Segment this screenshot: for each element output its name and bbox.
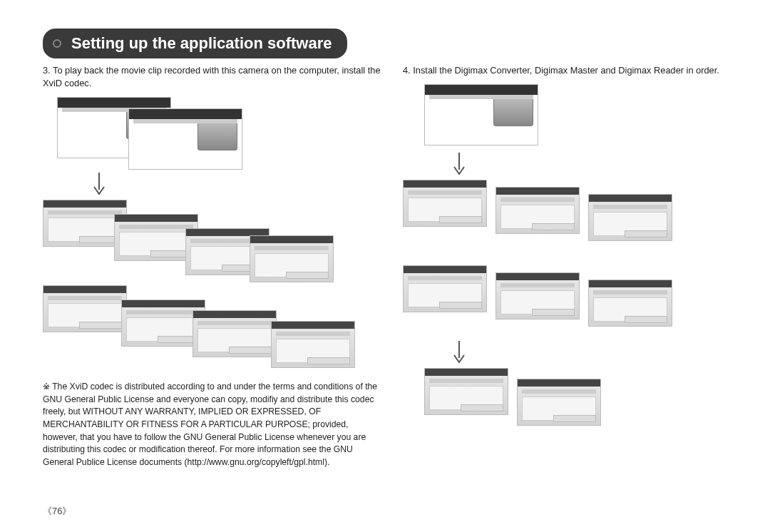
installer-thumb-right bbox=[424, 84, 741, 148]
xvid-license-note: ※ The XviD codec is distributed accordin… bbox=[43, 381, 381, 469]
arrow-down-icon bbox=[403, 153, 741, 175]
digimax-wizard-thumbs-1 bbox=[403, 180, 741, 265]
camera-icon bbox=[493, 98, 533, 126]
wizard-thumb bbox=[43, 285, 127, 332]
page-title-text: Setting up the application software bbox=[71, 34, 332, 53]
arrow-down-icon bbox=[403, 341, 741, 364]
step-4: 4. Install the Digimax Converter, Digima… bbox=[403, 64, 741, 77]
title-bullet-icon bbox=[53, 39, 61, 48]
step-3-text: To play back the movie clip recorded wit… bbox=[43, 65, 381, 88]
page-title: Setting up the application software bbox=[43, 29, 347, 58]
installer-thumb-2 bbox=[128, 108, 242, 170]
step-3-number: 3. bbox=[43, 65, 51, 76]
wizard-thumb bbox=[517, 379, 601, 426]
installer-thumbs-left bbox=[57, 97, 381, 168]
installer-thumb bbox=[424, 84, 538, 145]
note-text: The XviD codec is distributed according … bbox=[43, 382, 377, 467]
wizard-thumb bbox=[496, 272, 580, 319]
note-marker: ※ bbox=[43, 382, 50, 392]
content-columns: 3. To play back the movie clip recorded … bbox=[43, 64, 741, 469]
wizard-thumb bbox=[192, 310, 277, 357]
wizard-thumb bbox=[588, 280, 672, 327]
page-number: 《76》 bbox=[43, 505, 71, 518]
wizard-thumb bbox=[496, 187, 580, 234]
wizard-thumb bbox=[403, 180, 487, 227]
arrow-down-icon bbox=[43, 173, 381, 195]
camera-icon bbox=[197, 122, 237, 150]
xvid-wizard-thumbs bbox=[43, 200, 381, 371]
step-3: 3. To play back the movie clip recorded … bbox=[43, 64, 381, 90]
wizard-thumb bbox=[250, 235, 334, 282]
left-column: 3. To play back the movie clip recorded … bbox=[43, 64, 381, 469]
wizard-thumb bbox=[588, 194, 672, 241]
right-column: 4. Install the Digimax Converter, Digima… bbox=[403, 64, 741, 469]
digimax-wizard-thumbs-3 bbox=[403, 368, 741, 446]
wizard-thumb bbox=[403, 265, 487, 312]
wizard-thumb bbox=[271, 321, 355, 368]
digimax-wizard-thumbs-2 bbox=[403, 265, 741, 337]
step-4-text: Install the Digimax Converter, Digimax M… bbox=[413, 65, 719, 76]
wizard-thumb bbox=[424, 368, 508, 415]
step-4-number: 4. bbox=[403, 65, 411, 76]
